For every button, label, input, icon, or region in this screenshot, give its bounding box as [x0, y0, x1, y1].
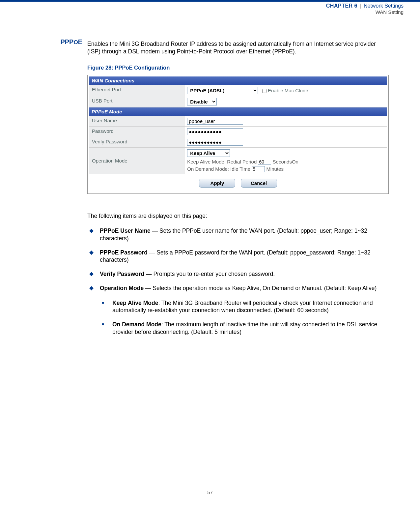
figure-screenshot: WAN Connections Ethernet Port PPPoE (ADS… [87, 75, 389, 194]
username-input[interactable] [187, 118, 243, 125]
field-description-list: PPPoE User Name — Sets the PPPoE user na… [87, 227, 389, 349]
operation-mode-label: Operation Mode [89, 147, 184, 174]
ethernet-port-select[interactable]: PPPoE (ADSL) [187, 87, 258, 94]
redial-period-input[interactable] [258, 159, 271, 165]
keepalive-prefix: Keep Alive Mode: Redial Period [187, 159, 257, 164]
idle-time-input[interactable] [252, 166, 265, 172]
figure-caption: Figure 28: PPPoE Configuration [87, 65, 389, 71]
usb-port-select[interactable]: Disable [187, 98, 217, 105]
list-item: Operation Mode — Selects the operation m… [87, 284, 389, 349]
usb-port-label: USB Port [89, 96, 184, 107]
list-item: On Demand Mode: The maximum length of in… [100, 321, 389, 342]
operation-mode-select[interactable]: Keep Alive [187, 149, 230, 157]
section-heading: PPPOE [0, 38, 86, 46]
chapter-title: Network Settings [364, 3, 404, 9]
apply-button[interactable]: Apply [199, 179, 235, 188]
username-label: User Name [89, 116, 184, 126]
mac-clone-label: Enable Mac Clone [268, 88, 308, 93]
verify-password-label: Verify Password [89, 137, 184, 147]
mac-clone-checkbox[interactable] [262, 89, 266, 93]
ethernet-port-label: Ethernet Port [89, 85, 184, 96]
separator: | [359, 3, 362, 9]
list-item: PPPoE Password — Sets a PPPoE password f… [87, 249, 389, 271]
sub-list: Keep Alive Mode: The Mini 3G Broadband R… [100, 299, 389, 342]
button-row: Apply Cancel [89, 174, 387, 192]
password-label: Password [89, 126, 184, 137]
page-header: CHAPTER 6 | Network Settings WAN Setting [0, 0, 420, 17]
items-intro: The following items are displayed on thi… [87, 212, 389, 220]
ondemand-suffix: Minutes [266, 166, 284, 172]
section-intro: Enables the Mini 3G Broadband Router IP … [87, 40, 389, 55]
chapter-label: CHAPTER 6 [326, 3, 357, 9]
verify-password-input[interactable] [187, 139, 243, 146]
cancel-button[interactable]: Cancel [241, 179, 277, 188]
join-word: On [292, 159, 298, 164]
list-item: Keep Alive Mode: The Mini 3G Broadband R… [100, 299, 389, 321]
chapter-subtitle: WAN Setting [0, 9, 404, 15]
page-number: – 57 – [0, 490, 420, 495]
wan-connections-header: WAN Connections [89, 76, 387, 85]
list-item: PPPoE User Name — Sets the PPPoE user na… [87, 227, 389, 249]
ondemand-prefix: On Demand Mode: Idle Time [187, 166, 250, 172]
pppoe-mode-header: PPPoE Mode [89, 107, 387, 116]
keepalive-suffix: Seconds [273, 159, 292, 164]
list-item: Verify Password — Prompts you to re-ente… [87, 270, 389, 284]
password-input[interactable] [187, 128, 243, 135]
